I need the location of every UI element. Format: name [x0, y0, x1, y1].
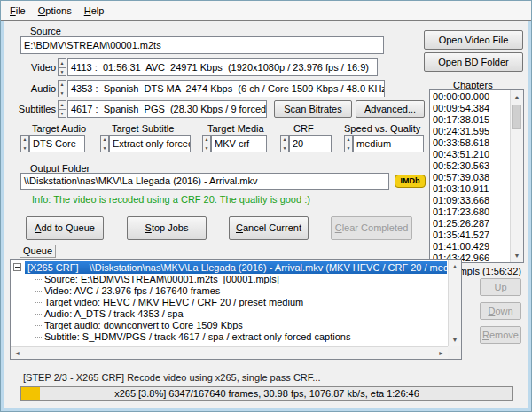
queue-tree: [X265 CRF] \\Diskstation\nas\MKV\La Lleg… [10, 259, 462, 360]
subtitles-stream-field[interactable]: 4617 : Spanish PGS (28.30 Kbps / 9 force… [67, 100, 267, 118]
subtitles-label: Subtitles [4, 100, 56, 118]
clear-completed-button: Clear Completed [331, 216, 412, 240]
speed-quality-select[interactable]: medium [353, 135, 424, 152]
scroll-right-icon[interactable] [434, 347, 448, 359]
chapters-scrollbar[interactable] [510, 90, 523, 262]
add-to-queue-button[interactable]: Add to Queue [26, 216, 104, 240]
chapter-item[interactable]: 00:52:30.563 [433, 160, 509, 172]
open-bd-folder-button[interactable]: Open BD Folder [424, 52, 523, 72]
menu-file[interactable]: File [4, 4, 32, 18]
scrollbar-thumb[interactable] [512, 105, 521, 129]
chapter-item[interactable]: 01:35:41.527 [433, 229, 509, 241]
queue-up-button: Up [480, 278, 521, 296]
spinner-down-icon[interactable] [58, 109, 66, 119]
spinner-down-icon[interactable] [280, 144, 289, 153]
scroll-down-icon[interactable] [449, 333, 461, 346]
queue-selected-item[interactable]: [X265 CRF] \\Diskstation\nas\MKV\La Lleg… [25, 261, 447, 274]
target-audio-select[interactable]: DTS Core [29, 135, 85, 152]
chapter-item[interactable]: 01:17:23.680 [433, 206, 509, 218]
output-path-field[interactable]: \\Diskstation\nas\MKV\La Llegada (2016) … [20, 173, 389, 190]
target-audio-label: Target Audio [32, 122, 86, 135]
source-path-field[interactable]: E:\BDMV\STREAM\00001.m2ts [20, 36, 384, 54]
menu-bar: File Options Help [1, 1, 531, 21]
scrollbar-corner [448, 346, 461, 359]
queue-horizontal-scrollbar[interactable] [11, 346, 448, 359]
crf-select[interactable]: 20 [289, 135, 332, 152]
chapter-item[interactable]: 01:03:10.911 [433, 183, 509, 195]
scroll-down-icon[interactable] [511, 249, 523, 262]
queue-detail-row[interactable]: Target audio: downconvert to Core 1509 K… [11, 320, 447, 331]
client-area: Source E:\BDMV\STREAM\00001.m2ts Open Vi… [4, 21, 528, 408]
scroll-up-icon[interactable] [449, 260, 461, 273]
advanced-button[interactable]: Advanced... [356, 100, 425, 118]
speed-quality-spinner [344, 135, 353, 152]
chapter-item[interactable]: 00:24:31.595 [433, 126, 509, 137]
queue-vertical-scrollbar[interactable] [448, 260, 461, 346]
queue-detail-row[interactable]: Target video: HEVC / MKV HEVC / CRF 20 /… [11, 297, 447, 308]
video-label: Video [4, 58, 56, 76]
queue-label: Queue [20, 245, 56, 258]
video-stream-field[interactable]: 4113 : 01:56:31 AVC 24971 Kbps (1920x108… [67, 58, 378, 76]
menu-help[interactable]: Help [78, 4, 111, 18]
stop-jobs-button[interactable]: Stop Jobs [127, 216, 207, 240]
progress-text: x265 [3.8%] 6347/167640 frames, 30.98 fp… [21, 387, 512, 400]
imdb-button[interactable]: IMDb [395, 175, 426, 188]
target-media-select[interactable]: MKV crf [211, 135, 267, 152]
queue-remove-button: Remove [480, 326, 521, 344]
info-message: Info: The video is recoded using a CRF 2… [32, 194, 310, 205]
scroll-left-icon[interactable] [11, 347, 24, 359]
chapter-item[interactable]: 00:09:54.384 [433, 103, 509, 114]
chapter-item[interactable]: 00:57:39.038 [433, 172, 509, 183]
status-step-text: [STEP 2/3 - X265 CRF] Recode video using… [23, 372, 320, 383]
queue-item-details: Source: E:\BDMV\STREAM\00001.m2ts [00001… [11, 274, 447, 343]
chapter-item[interactable]: 00:33:58.618 [433, 137, 509, 149]
collapse-expander-icon[interactable] [13, 263, 21, 271]
source-label: Source [30, 25, 61, 37]
video-spinner [58, 58, 66, 76]
target-subtitle-spinner [100, 135, 109, 152]
audio-spinner [58, 80, 66, 97]
audio-label: Audio [4, 80, 56, 97]
queue-down-button: Down [480, 302, 521, 320]
target-media-label: Target Media [207, 122, 264, 135]
chapter-item[interactable]: 01:09:33.668 [433, 195, 509, 206]
target-media-spinner [202, 135, 211, 152]
spinner-down-icon[interactable] [344, 144, 353, 153]
chapter-item[interactable]: 00:43:51.210 [433, 149, 509, 160]
audio-stream-field[interactable]: 4353 : Spanish DTS MA 2474 Kbps (6 ch / … [67, 80, 385, 97]
spinner-down-icon[interactable] [20, 144, 29, 153]
menu-options[interactable]: Options [32, 4, 78, 18]
spinner-down-icon[interactable] [100, 144, 109, 153]
cancel-current-button[interactable]: Cancel Current [229, 216, 309, 240]
speed-quality-label: Speed vs. Quality [344, 122, 420, 135]
chapter-item[interactable]: 01:25:26.287 [433, 218, 509, 229]
chapters-list: 00:00:00.000 00:09:54.384 00:17:38.015 0… [429, 89, 524, 263]
queue-detail-row[interactable]: Video: AVC / 23.976 fps / 167640 frames [11, 285, 447, 297]
scan-bitrates-button[interactable]: Scan Bitrates [274, 100, 352, 118]
queue-detail-row[interactable]: Source: E:\BDMV\STREAM\00001.m2ts [00001… [11, 274, 447, 285]
encode-progress-bar: x265 [3.8%] 6347/167640 frames, 30.98 fp… [20, 386, 513, 401]
target-subtitle-select[interactable]: Extract only forced [109, 135, 191, 152]
queue-detail-row[interactable]: Audio: A_DTS / track 4353 / spa [11, 308, 447, 320]
target-subtitle-label: Target Subtitle [112, 122, 174, 135]
spinner-down-icon[interactable] [58, 89, 66, 98]
open-video-file-button[interactable]: Open Video File [424, 30, 523, 50]
target-audio-spinner [20, 135, 29, 152]
chapter-item[interactable]: 01:41:00.429 [433, 241, 509, 253]
crf-label: CRF [293, 122, 314, 135]
chapter-item[interactable]: 00:17:38.015 [433, 114, 509, 126]
spinner-down-icon[interactable] [202, 144, 211, 153]
scroll-up-icon[interactable] [511, 90, 523, 104]
crf-spinner [280, 135, 289, 152]
subtitles-spinner [58, 100, 66, 118]
app-window: File Options Help Source E:\BDMV\STREAM\… [0, 0, 532, 412]
chapter-item[interactable]: 00:00:00.000 [433, 91, 509, 103]
spinner-down-icon[interactable] [58, 67, 66, 77]
chapters-items: 00:00:00.000 00:09:54.384 00:17:38.015 0… [433, 91, 509, 261]
queue-detail-row[interactable]: Subtitle: S_HDMV/PGS / track 4617 / spa … [11, 331, 447, 343]
